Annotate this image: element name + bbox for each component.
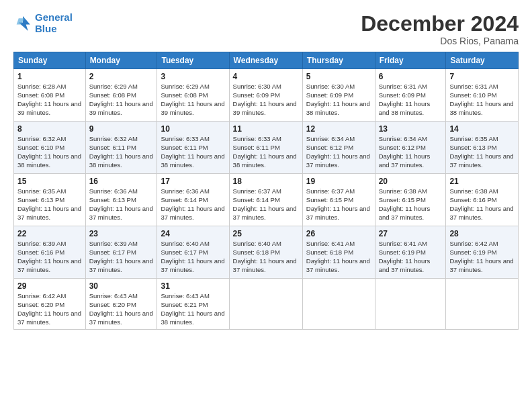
title-area: December 2024 Dos Rios, Panama	[361, 12, 519, 46]
calendar-cell: 12Sunrise: 6:34 AM Sunset: 6:12 PM Dayli…	[302, 122, 375, 174]
logo: General Blue	[13, 12, 73, 34]
day-number: 23	[89, 229, 154, 238]
calendar-cell: 8Sunrise: 6:32 AM Sunset: 6:10 PM Daylig…	[14, 122, 86, 174]
calendar-cell: 26Sunrise: 6:41 AM Sunset: 6:18 PM Dayli…	[302, 226, 375, 279]
day-info: Sunrise: 6:32 AM Sunset: 6:11 PM Dayligh…	[89, 135, 154, 169]
calendar-cell: 31Sunrise: 6:43 AM Sunset: 6:21 PM Dayli…	[157, 279, 229, 330]
day-number: 28	[449, 229, 515, 238]
day-number: 15	[17, 177, 82, 186]
day-number: 11	[233, 124, 299, 134]
calendar-cell: 14Sunrise: 6:35 AM Sunset: 6:13 PM Dayli…	[446, 122, 519, 174]
calendar-cell: 21Sunrise: 6:38 AM Sunset: 6:16 PM Dayli…	[446, 174, 519, 226]
day-number: 17	[161, 177, 225, 186]
calendar-cell: 5Sunrise: 6:30 AM Sunset: 6:09 PM Daylig…	[302, 69, 375, 122]
calendar-cell: 1Sunrise: 6:28 AM Sunset: 6:08 PM Daylig…	[14, 69, 86, 122]
weekday-header: Thursday	[302, 52, 375, 69]
day-info: Sunrise: 6:29 AM Sunset: 6:08 PM Dayligh…	[89, 83, 154, 117]
day-number: 30	[89, 281, 154, 291]
day-number: 21	[449, 177, 515, 186]
calendar-week-row: 29Sunrise: 6:42 AM Sunset: 6:20 PM Dayli…	[14, 279, 519, 330]
day-info: Sunrise: 6:35 AM Sunset: 6:13 PM Dayligh…	[449, 135, 515, 169]
day-info: Sunrise: 6:36 AM Sunset: 6:14 PM Dayligh…	[161, 187, 225, 222]
day-number: 31	[161, 281, 225, 291]
day-info: Sunrise: 6:40 AM Sunset: 6:18 PM Dayligh…	[233, 240, 299, 274]
day-number: 26	[306, 229, 371, 238]
weekday-header: Tuesday	[157, 52, 229, 69]
day-info: Sunrise: 6:30 AM Sunset: 6:09 PM Dayligh…	[306, 83, 371, 117]
day-info: Sunrise: 6:33 AM Sunset: 6:11 PM Dayligh…	[233, 135, 299, 169]
calendar-cell: 18Sunrise: 6:37 AM Sunset: 6:14 PM Dayli…	[229, 174, 302, 226]
day-info: Sunrise: 6:37 AM Sunset: 6:14 PM Dayligh…	[233, 187, 299, 222]
day-info: Sunrise: 6:29 AM Sunset: 6:08 PM Dayligh…	[161, 83, 225, 117]
weekday-header-row: SundayMondayTuesdayWednesdayThursdayFrid…	[14, 52, 519, 69]
day-info: Sunrise: 6:43 AM Sunset: 6:20 PM Dayligh…	[89, 292, 154, 326]
day-number: 4	[233, 72, 299, 81]
weekday-header: Sunday	[14, 52, 86, 69]
calendar-cell: 11Sunrise: 6:33 AM Sunset: 6:11 PM Dayli…	[229, 122, 302, 174]
calendar-cell: 9Sunrise: 6:32 AM Sunset: 6:11 PM Daylig…	[85, 122, 157, 174]
page: General Blue December 2024 Dos Rios, Pan…	[0, 0, 532, 411]
day-info: Sunrise: 6:28 AM Sunset: 6:08 PM Dayligh…	[17, 83, 82, 117]
weekday-header: Monday	[85, 52, 157, 69]
day-number: 8	[17, 124, 82, 134]
day-info: Sunrise: 6:39 AM Sunset: 6:17 PM Dayligh…	[89, 240, 154, 274]
day-info: Sunrise: 6:43 AM Sunset: 6:21 PM Dayligh…	[161, 292, 225, 326]
day-info: Sunrise: 6:39 AM Sunset: 6:16 PM Dayligh…	[17, 240, 82, 274]
day-info: Sunrise: 6:31 AM Sunset: 6:09 PM Dayligh…	[379, 83, 443, 117]
day-info: Sunrise: 6:32 AM Sunset: 6:10 PM Dayligh…	[17, 135, 82, 169]
logo-text: General Blue	[35, 12, 73, 34]
calendar-cell: 4Sunrise: 6:30 AM Sunset: 6:09 PM Daylig…	[229, 69, 302, 122]
day-number: 29	[17, 281, 82, 291]
day-info: Sunrise: 6:30 AM Sunset: 6:09 PM Dayligh…	[233, 83, 299, 117]
day-info: Sunrise: 6:40 AM Sunset: 6:17 PM Dayligh…	[161, 240, 225, 274]
day-info: Sunrise: 6:35 AM Sunset: 6:13 PM Dayligh…	[17, 187, 82, 222]
calendar-cell	[302, 279, 375, 330]
calendar-cell: 27Sunrise: 6:41 AM Sunset: 6:19 PM Dayli…	[375, 226, 446, 279]
day-number: 9	[89, 124, 154, 134]
day-info: Sunrise: 6:38 AM Sunset: 6:16 PM Dayligh…	[449, 187, 515, 222]
calendar-cell: 23Sunrise: 6:39 AM Sunset: 6:17 PM Dayli…	[85, 226, 157, 279]
calendar-cell: 19Sunrise: 6:37 AM Sunset: 6:15 PM Dayli…	[302, 174, 375, 226]
calendar-cell: 24Sunrise: 6:40 AM Sunset: 6:17 PM Dayli…	[157, 226, 229, 279]
day-info: Sunrise: 6:38 AM Sunset: 6:15 PM Dayligh…	[379, 187, 443, 222]
weekday-header: Wednesday	[229, 52, 302, 69]
day-number: 16	[89, 177, 154, 186]
day-number: 19	[306, 177, 371, 186]
logo-blue: Blue	[35, 23, 57, 34]
calendar-cell: 22Sunrise: 6:39 AM Sunset: 6:16 PM Dayli…	[14, 226, 86, 279]
location: Dos Rios, Panama	[361, 36, 519, 46]
calendar-cell: 2Sunrise: 6:29 AM Sunset: 6:08 PM Daylig…	[85, 69, 157, 122]
day-number: 10	[161, 124, 225, 134]
day-info: Sunrise: 6:34 AM Sunset: 6:12 PM Dayligh…	[306, 135, 371, 169]
calendar-cell	[375, 279, 446, 330]
day-number: 6	[379, 72, 443, 81]
day-info: Sunrise: 6:31 AM Sunset: 6:10 PM Dayligh…	[449, 83, 515, 117]
day-number: 5	[306, 72, 371, 81]
logo-general: General	[35, 11, 73, 23]
calendar: SundayMondayTuesdayWednesdayThursdayFrid…	[13, 52, 519, 330]
calendar-cell: 16Sunrise: 6:36 AM Sunset: 6:13 PM Dayli…	[85, 174, 157, 226]
day-info: Sunrise: 6:37 AM Sunset: 6:15 PM Dayligh…	[306, 187, 371, 222]
day-number: 22	[17, 229, 82, 238]
day-info: Sunrise: 6:42 AM Sunset: 6:19 PM Dayligh…	[449, 240, 515, 274]
day-number: 3	[161, 72, 225, 81]
calendar-week-row: 22Sunrise: 6:39 AM Sunset: 6:16 PM Dayli…	[14, 226, 519, 279]
logo-icon	[13, 14, 32, 33]
calendar-cell: 13Sunrise: 6:34 AM Sunset: 6:12 PM Dayli…	[375, 122, 446, 174]
day-info: Sunrise: 6:42 AM Sunset: 6:20 PM Dayligh…	[17, 292, 82, 326]
calendar-cell: 28Sunrise: 6:42 AM Sunset: 6:19 PM Dayli…	[446, 226, 519, 279]
calendar-cell: 6Sunrise: 6:31 AM Sunset: 6:09 PM Daylig…	[375, 69, 446, 122]
calendar-cell: 25Sunrise: 6:40 AM Sunset: 6:18 PM Dayli…	[229, 226, 302, 279]
calendar-cell: 29Sunrise: 6:42 AM Sunset: 6:20 PM Dayli…	[14, 279, 86, 330]
weekday-header: Friday	[375, 52, 446, 69]
calendar-cell: 20Sunrise: 6:38 AM Sunset: 6:15 PM Dayli…	[375, 174, 446, 226]
calendar-cell	[229, 279, 302, 330]
day-number: 13	[379, 124, 443, 134]
day-info: Sunrise: 6:41 AM Sunset: 6:18 PM Dayligh…	[306, 240, 371, 274]
day-info: Sunrise: 6:41 AM Sunset: 6:19 PM Dayligh…	[379, 240, 443, 274]
calendar-cell: 3Sunrise: 6:29 AM Sunset: 6:08 PM Daylig…	[157, 69, 229, 122]
month-title: December 2024	[361, 12, 519, 36]
day-number: 14	[449, 124, 515, 134]
weekday-header: Saturday	[446, 52, 519, 69]
day-number: 1	[17, 72, 82, 81]
